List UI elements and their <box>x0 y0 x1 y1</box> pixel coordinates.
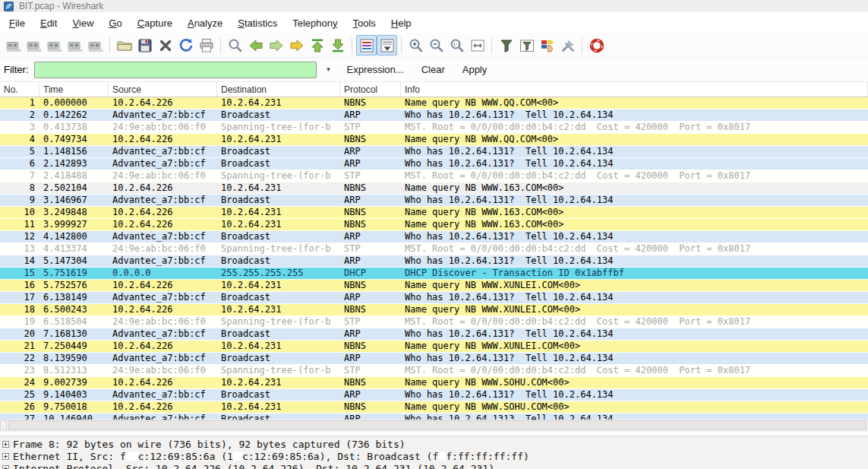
packet-row[interactable]: 196.51850424:9e:ab:bc:06:f0Spanning-tree… <box>0 316 868 328</box>
reload-button[interactable] <box>175 35 196 55</box>
zoom-out-button[interactable] <box>426 35 447 55</box>
clear-button[interactable]: Clear <box>415 62 451 78</box>
column-header-protocol[interactable]: Protocol <box>340 82 401 97</box>
packet-row[interactable]: 93.146967Advantec_a7:bb:cfBroadcastARPWh… <box>0 195 868 207</box>
go-forward-button[interactable] <box>266 35 286 55</box>
expander-icon[interactable]: + <box>2 453 9 460</box>
packet-cell: NBNS <box>340 134 401 145</box>
packet-cell: Advantec_a7:bb:cf <box>109 389 217 401</box>
filter-input[interactable] <box>34 62 317 78</box>
packet-row[interactable]: 82.50210410.2.64.22610.2.64.231NBNSName … <box>0 182 868 195</box>
preferences-button[interactable] <box>557 35 578 55</box>
packet-cell: ARP <box>340 109 401 121</box>
save-file-button[interactable] <box>134 35 155 55</box>
packet-row[interactable]: 259.140403Advantec_a7:bb:cfBroadcastARPW… <box>0 389 868 401</box>
packet-cell: Broadcast <box>217 195 340 206</box>
packet-row[interactable]: 145.147304Advantec_a7:bb:cfBroadcastARPW… <box>0 255 868 268</box>
packet-row[interactable]: 228.139590Advantec_a7:bb:cfBroadcastARPW… <box>0 353 868 365</box>
packet-row[interactable]: 217.25044910.2.64.22610.2.64.231NBNSName… <box>0 341 868 353</box>
go-to-top-button[interactable] <box>307 35 327 55</box>
packet-row[interactable]: 20.142262Advantec_a7:bb:cfBroadcastARPWh… <box>0 109 868 122</box>
column-header-source[interactable]: Source <box>109 82 217 97</box>
packet-row[interactable]: 72.41848824:9e:ab:bc:06:f0Spanning-tree-… <box>0 170 868 182</box>
close-file-button[interactable] <box>155 35 175 55</box>
packet-cell: NBNS <box>340 341 401 352</box>
column-header-destination[interactable]: Destination <box>217 82 340 97</box>
packet-row[interactable]: 10.00000010.2.64.22610.2.64.231NBNSName … <box>0 97 868 109</box>
resize-columns-button[interactable] <box>467 35 488 55</box>
menu-telephony[interactable]: Telephony <box>285 15 345 31</box>
detail-line[interactable]: +Ethernet II, Src: fc:12:69:85:6a (1c:12… <box>0 450 868 462</box>
print-button[interactable] <box>196 35 216 55</box>
detail-line[interactable]: +Internet Protocol, Src: 10.2.64.226 (10… <box>0 462 868 469</box>
go-to-packet-button[interactable] <box>286 35 307 55</box>
packet-cell: Advantec_a7:bb:cf <box>109 109 217 121</box>
packet-row[interactable]: 30.41373824:9e:ab:bc:06:f0Spanning-tree-… <box>0 122 868 134</box>
packet-cell: Spanning-tree-(for-b <box>217 316 340 328</box>
expander-icon[interactable]: + <box>2 465 9 469</box>
scrollbar-track[interactable] <box>8 420 866 430</box>
packet-row[interactable]: 238.51231324:9e:ab:bc:06:f0Spanning-tree… <box>0 365 868 377</box>
apply-button[interactable]: Apply <box>456 62 494 78</box>
packet-row[interactable]: 40.74973410.2.64.22610.2.64.231NBNSName … <box>0 134 868 146</box>
packet-row[interactable]: 165.75257610.2.64.22610.2.64.231NBNSName… <box>0 280 868 292</box>
display-filter-button[interactable] <box>516 35 537 55</box>
capture-filter-button[interactable] <box>496 35 516 55</box>
packet-cell: MST. Root = 0/0/00:d0:d0:b4:c2:dd Cost =… <box>401 365 868 376</box>
zoom-100-button[interactable]: 1:1 <box>447 35 467 55</box>
packet-row[interactable]: 113.99992710.2.64.22610.2.64.231NBNSName… <box>0 219 868 231</box>
packet-cell: ARP <box>340 292 401 303</box>
packet-cell: Name query NB WWW.QQ.COM<00> <box>401 134 868 145</box>
packet-row[interactable]: 124.142800Advantec_a7:bb:cfBroadcastARPW… <box>0 231 868 243</box>
packet-row[interactable]: 62.142893Advantec_a7:bb:cfBroadcastARPWh… <box>0 158 868 170</box>
start-capture-button[interactable] <box>44 35 65 55</box>
scrollbar-end-box[interactable] <box>0 420 7 430</box>
menu-help[interactable]: Help <box>383 15 419 31</box>
colorize-button[interactable] <box>356 35 377 55</box>
packet-cell: ARP <box>340 146 401 157</box>
menu-go[interactable]: Go <box>101 15 129 31</box>
stop-capture-button[interactable] <box>65 35 85 55</box>
packet-row[interactable]: 269.75001810.2.64.22610.2.64.231NBNSName… <box>0 401 868 414</box>
go-to-bottom-button[interactable] <box>327 35 348 55</box>
help-button[interactable] <box>586 35 607 55</box>
detail-line[interactable]: +Frame 8: 92 bytes on wire (736 bits), 9… <box>0 438 868 450</box>
packet-row[interactable]: 103.24984810.2.64.22610.2.64.231NBNSName… <box>0 207 868 219</box>
menu-view[interactable]: View <box>65 15 101 31</box>
list-interfaces-button[interactable] <box>3 35 24 55</box>
packet-row[interactable]: 249.00273910.2.64.22610.2.64.231NBNSName… <box>0 377 868 389</box>
horizontal-scrollbar[interactable] <box>0 420 868 432</box>
go-back-button[interactable] <box>245 35 266 55</box>
packet-cell: 22 <box>0 353 39 364</box>
packet-row[interactable]: 134.41337424:9e:ab:bc:06:f0Spanning-tree… <box>0 243 868 255</box>
open-file-icon <box>116 37 133 54</box>
menu-capture[interactable]: Capture <box>130 15 180 31</box>
expander-icon[interactable]: + <box>2 441 9 448</box>
find-packet-icon <box>227 37 244 54</box>
menu-file[interactable]: File <box>2 15 33 31</box>
menu-tools[interactable]: Tools <box>346 15 383 31</box>
packet-row[interactable]: 186.50024310.2.64.22610.2.64.231NBNSName… <box>0 304 868 316</box>
menu-statistics[interactable]: Statistics <box>230 15 285 31</box>
packet-row[interactable]: 2710.146940Advantec_a7:bb:cfBroadcastARP… <box>0 414 868 420</box>
menu-analyze[interactable]: Analyze <box>180 15 230 31</box>
packet-cell: Name query NB WWW.SOHU.COM<00> <box>401 401 868 413</box>
coloring-rules-button[interactable] <box>537 35 557 55</box>
packet-row[interactable]: 155.7516190.0.0.0255.255.255.255DHCPDHCP… <box>0 268 868 280</box>
capture-options-button[interactable] <box>24 35 44 55</box>
packet-row[interactable]: 176.138149Advantec_a7:bb:cfBroadcastARPW… <box>0 292 868 304</box>
column-header-no[interactable]: No. <box>0 82 39 97</box>
expression-button[interactable]: Expression... <box>341 62 410 78</box>
packet-row[interactable]: 51.148156Advantec_a7:bb:cfBroadcastARPWh… <box>0 146 868 158</box>
auto-scroll-button[interactable] <box>377 35 397 55</box>
menu-edit[interactable]: Edit <box>33 15 65 31</box>
zoom-in-button[interactable] <box>406 35 426 55</box>
packet-row[interactable]: 207.168130Advantec_a7:bb:cfBroadcastARPW… <box>0 328 868 341</box>
open-file-button[interactable] <box>114 35 134 55</box>
packet-cell: NBNS <box>340 207 401 218</box>
filter-dropdown-button[interactable]: ▼ <box>322 62 336 78</box>
column-header-time[interactable]: Time <box>39 82 109 97</box>
find-packet-button[interactable] <box>225 35 245 55</box>
column-header-info[interactable]: Info <box>401 82 868 97</box>
restart-capture-button[interactable] <box>85 35 106 55</box>
